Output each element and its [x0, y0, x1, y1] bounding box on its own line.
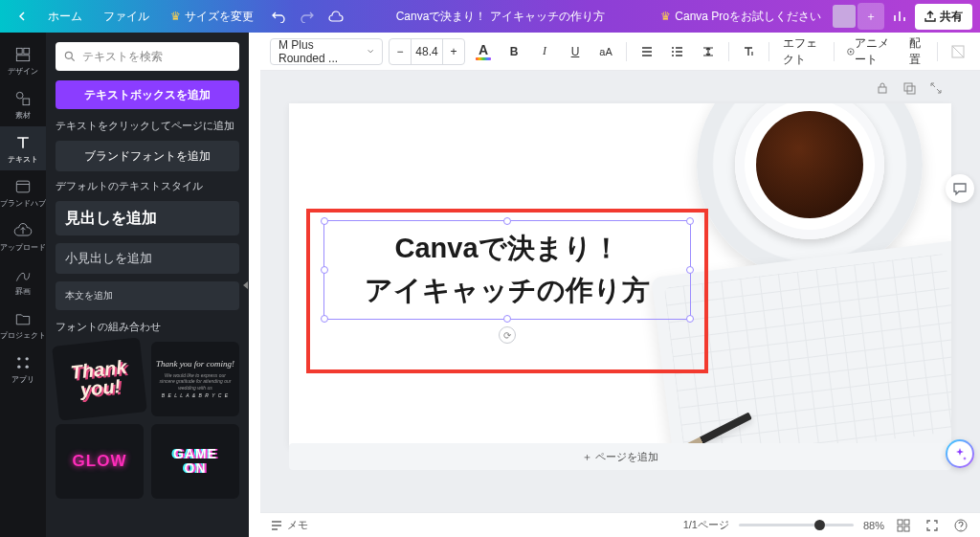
resize-handle[interactable] — [321, 217, 328, 225]
search-icon — [63, 50, 77, 63]
add-page-button[interactable]: ＋ ページを追加 — [289, 443, 951, 470]
nav-elements-label: 素材 — [15, 110, 31, 121]
underline-button[interactable]: U — [563, 38, 588, 65]
resize-handle[interactable] — [503, 315, 511, 323]
zoom-value: 88% — [863, 520, 884, 531]
color-bar-icon — [476, 57, 491, 60]
add-body-button[interactable]: 本文を追加 — [56, 281, 239, 310]
svg-point-9 — [26, 365, 29, 368]
lock-icon[interactable] — [875, 80, 890, 96]
spacing-button[interactable] — [696, 38, 721, 65]
nav-text[interactable]: テキスト — [0, 126, 46, 170]
avatar[interactable] — [833, 5, 856, 28]
svg-rect-20 — [904, 520, 909, 525]
font-combo-1[interactable]: Thankyou! — [52, 337, 147, 420]
combo2-line2: We would like to express our sincere gra… — [151, 370, 239, 393]
text-selection-box[interactable]: ⟳ — [323, 220, 691, 320]
rotate-handle[interactable]: ⟳ — [499, 326, 516, 344]
nav-draw[interactable]: 罫画 — [0, 258, 46, 302]
nav-apps[interactable]: アプリ — [0, 347, 46, 391]
undo-button[interactable] — [265, 3, 292, 30]
svg-rect-1 — [24, 48, 30, 54]
case-button[interactable]: aA — [593, 38, 618, 65]
animate-label: アニメート — [855, 35, 892, 68]
nav-elements[interactable]: 素材 — [0, 82, 46, 126]
font-combo-3[interactable]: GLOW — [56, 424, 144, 499]
cloud-sync-icon[interactable] — [323, 3, 349, 30]
document-title[interactable]: Canvaで決まり！ アイキャッチの作り方 — [349, 9, 651, 25]
vertical-text-button[interactable] — [736, 38, 761, 65]
font-size-plus[interactable]: + — [443, 45, 464, 58]
svg-rect-17 — [904, 83, 912, 91]
coffee — [756, 111, 863, 218]
home-button[interactable]: ホーム — [38, 3, 92, 31]
add-textbox-button[interactable]: テキストボックスを追加 — [56, 80, 239, 109]
panel-collapse-handle[interactable] — [239, 264, 249, 306]
separator — [768, 42, 769, 61]
nav-design-label: デザイン — [8, 66, 38, 77]
nav-upload-label: アップロード — [0, 242, 46, 253]
svg-rect-18 — [907, 86, 915, 94]
combo3-text: GLOW — [73, 452, 127, 471]
grid-view-button[interactable] — [894, 516, 913, 535]
comment-fab[interactable] — [946, 174, 974, 203]
separator — [728, 42, 729, 61]
nav-brand[interactable]: ブランドハブ — [0, 170, 46, 214]
svg-rect-19 — [898, 520, 902, 525]
position-button[interactable]: 配置 — [903, 38, 930, 65]
nav-projects[interactable]: プロジェクト — [0, 302, 46, 347]
file-menu[interactable]: ファイル — [94, 3, 159, 31]
animate-button[interactable]: アニメート — [841, 38, 898, 65]
bold-button[interactable]: B — [501, 38, 526, 65]
resize-button[interactable]: ♛サイズを変更 — [161, 3, 263, 31]
resize-handle[interactable] — [503, 217, 511, 225]
notes-button[interactable]: メモ — [270, 518, 308, 532]
font-combo-2[interactable]: Thank you for coming!We would like to ex… — [151, 342, 239, 416]
font-size-minus[interactable]: − — [390, 45, 411, 58]
combo4-line2: ON — [185, 461, 207, 476]
effects-label: エフェクト — [783, 35, 820, 68]
resize-handle[interactable] — [321, 266, 328, 274]
list-button[interactable] — [665, 38, 690, 65]
try-pro-button[interactable]: ♛Canva Proをお試しください — [651, 3, 831, 31]
expand-icon[interactable] — [928, 80, 944, 96]
nav-design[interactable]: デザイン — [0, 38, 46, 82]
analytics-button[interactable] — [886, 3, 913, 30]
transparency-button[interactable] — [946, 38, 970, 65]
italic-button[interactable]: I — [532, 38, 557, 65]
font-color-button[interactable]: A — [471, 38, 496, 65]
back-button[interactable] — [8, 6, 36, 27]
font-combo-4[interactable]: GAMEON — [151, 424, 239, 499]
brand-font-button[interactable]: ブランドフォントを追加 — [56, 141, 239, 171]
duplicate-icon[interactable] — [902, 80, 917, 96]
share-button[interactable]: 共有 — [915, 4, 972, 30]
zoom-slider-handle[interactable] — [814, 520, 825, 530]
canvas[interactable]: Canvaで決まり！ アイキャッチの作り方 ⟳ — [289, 103, 951, 446]
resize-handle[interactable] — [321, 315, 328, 323]
magic-fab[interactable] — [946, 439, 974, 468]
resize-handle[interactable] — [686, 315, 694, 323]
redo-button[interactable] — [294, 3, 321, 30]
add-heading-button[interactable]: 見出しを追加 — [56, 201, 239, 235]
nav-upload[interactable]: アップロード — [0, 214, 46, 258]
help-button[interactable] — [951, 516, 970, 535]
align-button[interactable] — [635, 38, 659, 65]
add-subheading-button[interactable]: 小見出しを追加 — [56, 243, 239, 274]
combo2-line1: Thank you for coming! — [156, 359, 234, 370]
context-toolbar: M Plus Rounded ... − 48.4 + A B I U aA エ… — [260, 33, 980, 71]
search-input[interactable]: テキストを検索 — [56, 42, 239, 71]
font-size-value[interactable]: 48.4 — [411, 39, 443, 64]
font-combos-label: フォントの組み合わせ — [56, 320, 239, 334]
font-family-select[interactable]: M Plus Rounded ... — [270, 38, 383, 65]
resize-handle[interactable] — [686, 217, 694, 225]
fullscreen-button[interactable] — [923, 516, 942, 535]
resize-handle[interactable] — [686, 266, 694, 274]
zoom-slider[interactable] — [739, 524, 854, 526]
svg-rect-21 — [898, 526, 902, 531]
add-member-button[interactable]: ＋ — [858, 3, 884, 30]
search-placeholder: テキストを検索 — [82, 49, 163, 65]
effects-button[interactable]: エフェクト — [777, 38, 826, 65]
nav-apps-label: アプリ — [11, 374, 34, 385]
separator — [937, 42, 938, 61]
separator — [834, 42, 835, 61]
